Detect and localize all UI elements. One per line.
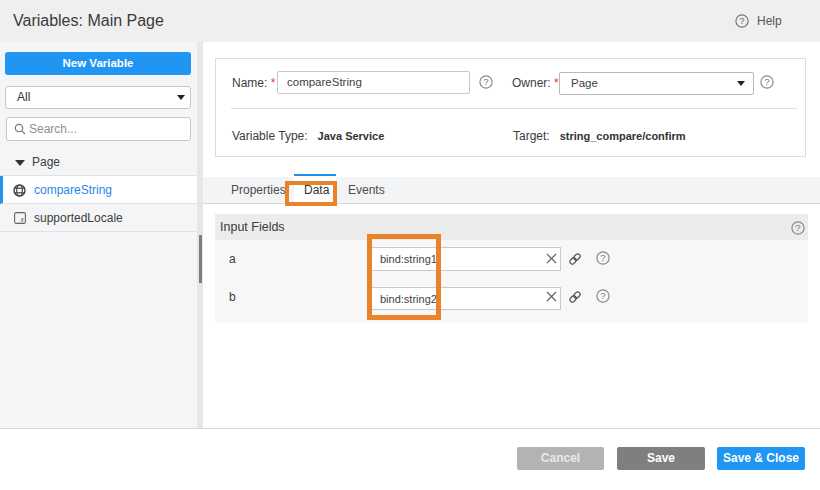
svg-text:?: ? <box>600 290 605 301</box>
svg-text:?: ? <box>739 15 744 26</box>
svg-text:x: x <box>19 216 24 223</box>
svg-text:?: ? <box>600 252 605 263</box>
svg-text:?: ? <box>764 76 769 87</box>
svg-text:?: ? <box>483 76 488 87</box>
svg-text:?: ? <box>795 222 800 233</box>
